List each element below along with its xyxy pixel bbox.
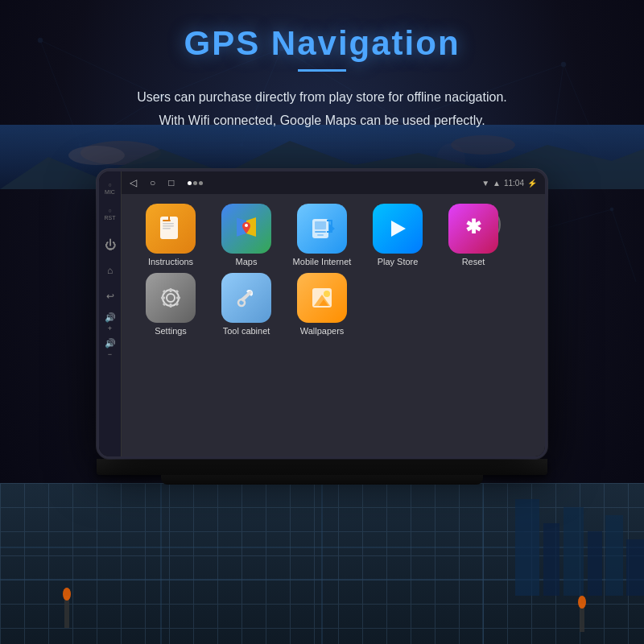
maps-icon [221,204,271,254]
battery-icon: ⚡ [527,179,537,188]
svg-marker-47 [391,221,406,237]
nav-recent-btn[interactable]: □ [168,177,174,188]
dot-3 [199,181,203,185]
wallpapers-label: Wallpapers [300,326,345,336]
svg-point-20 [610,208,613,211]
svg-rect-43 [315,221,326,229]
map-area [0,483,644,644]
play-store-label: Play Store [378,257,419,266]
instructions-label: Instructions [148,257,193,266]
svg-rect-51 [170,288,172,292]
device: ○MIC ○RST ⏻ ⌂ ↩ 🔊 + 🔊 − [97,169,547,459]
header: GPS Navigation Users can purchase direct… [0,0,644,133]
location-icon: ▼ [481,179,489,188]
device-stand [97,459,547,475]
volume-down-button[interactable]: 🔊 − [103,341,118,355]
instructions-icon [146,204,196,254]
app-reset[interactable]: ✱ Reset [440,204,506,266]
status-right: ▼ ▲ 11:04 ⚡ [481,179,537,188]
app-row-1: Instructions [138,204,529,266]
mobile-internet-label: Mobile Internet [293,257,352,266]
wallpapers-icon [297,273,347,323]
nav-back-btn[interactable]: ◁ [130,177,137,188]
wifi-icon: ▲ [493,179,501,188]
time-display: 11:04 [504,179,524,188]
svg-rect-74 [588,531,602,596]
play-store-icon [373,204,423,254]
rst-label: ○RST [105,207,116,221]
page-title: GPS Navigation [0,24,644,63]
app-tool-cabinet[interactable]: Tool cabinet [213,273,279,336]
svg-rect-34 [163,225,174,227]
app-settings[interactable]: Settings [138,273,204,336]
svg-rect-33 [163,223,174,225]
svg-rect-75 [605,515,623,596]
svg-rect-55 [163,290,167,294]
svg-rect-56 [175,290,179,294]
dot-indicator [188,181,203,185]
svg-rect-54 [176,297,180,299]
app-row-2: Settings Tool cabinet [138,273,529,336]
settings-label: Settings [155,326,187,336]
mobile-internet-icon [297,204,347,254]
dot-2 [193,181,197,185]
svg-point-80 [578,596,586,609]
svg-text:✱: ✱ [465,216,481,237]
reset-label: Reset [462,257,485,266]
svg-rect-35 [163,228,171,229]
settings-icon [146,273,196,323]
app-maps[interactable]: Maps [213,204,279,266]
svg-point-50 [167,294,175,302]
map-svg [0,483,644,644]
svg-point-65 [324,291,330,297]
svg-rect-73 [564,507,584,596]
tool-cabinet-label: Tool cabinet [223,326,270,336]
svg-rect-71 [515,499,539,596]
nav-home-btn[interactable]: ○ [150,177,155,188]
svg-point-28 [68,146,125,165]
device-wrapper: ○MIC ○RST ⏻ ⌂ ↩ 🔊 + 🔊 − [97,169,547,485]
maps-label: Maps [236,257,258,266]
svg-rect-72 [543,523,559,596]
screen: ◁ ○ □ ▼ ▲ 11:04 ⚡ [122,171,545,456]
app-wallpapers[interactable]: Wallpapers [289,273,355,336]
app-grid: Instructions [122,194,545,456]
subtitle: Users can purchase directly from play st… [0,86,644,133]
mic-label: ○MIC [105,181,115,196]
app-mobile-internet[interactable]: Mobile Internet [289,204,355,266]
svg-rect-57 [163,302,167,306]
svg-rect-58 [175,302,179,306]
side-buttons: ○MIC ○RST ⏻ ⌂ ↩ 🔊 + 🔊 − [99,171,122,456]
back-button[interactable]: ↩ [103,289,118,303]
svg-rect-44 [315,231,326,233]
reset-icon: ✱ [448,204,498,254]
svg-point-78 [63,588,71,601]
power-button[interactable]: ⏻ [103,237,118,252]
svg-point-60 [238,299,245,306]
app-play-store[interactable]: Play Store [365,204,431,266]
tool-cabinet-icon [221,273,271,323]
svg-rect-52 [170,303,172,308]
svg-rect-76 [626,539,644,596]
title-underline [298,69,346,72]
svg-rect-53 [161,297,165,299]
app-instructions[interactable]: Instructions [138,204,204,266]
svg-point-41 [245,224,248,227]
svg-point-29 [451,135,515,155]
status-left: ◁ ○ □ [130,177,203,188]
home-button[interactable]: ⌂ [103,263,118,278]
status-bar: ◁ ○ □ ▼ ▲ 11:04 ⚡ [122,171,545,194]
svg-rect-45 [317,234,324,236]
volume-up-button[interactable]: 🔊 + [103,315,118,329]
dot-1 [188,181,192,185]
device-base [161,475,483,485]
svg-line-18 [612,209,636,282]
